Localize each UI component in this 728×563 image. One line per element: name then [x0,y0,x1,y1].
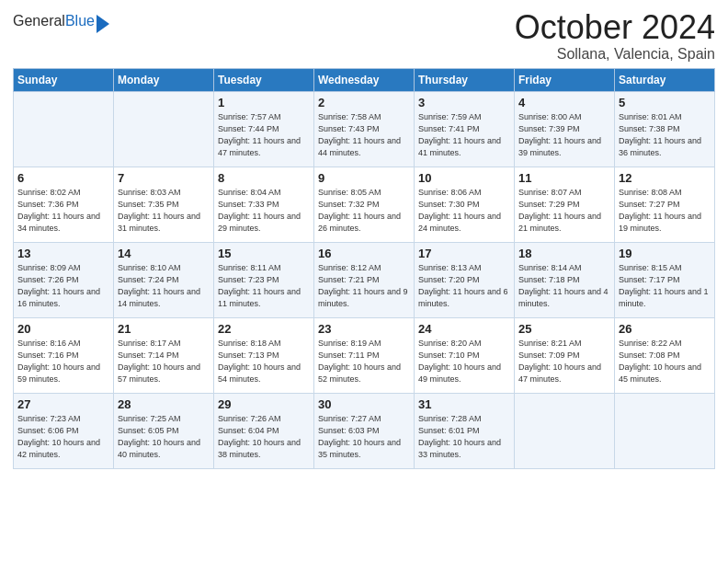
sunrise-text: Sunrise: 8:22 AM [619,338,711,350]
sunset-text: Sunset: 7:35 PM [118,199,210,211]
day-info: Sunrise: 8:02 AMSunset: 7:36 PMDaylight:… [17,187,109,235]
calendar-cell: 31Sunrise: 7:28 AMSunset: 6:01 PMDayligh… [415,393,515,468]
sunset-text: Sunset: 7:26 PM [17,274,109,286]
daylight-text: Daylight: 10 hours and 59 minutes. [17,362,109,385]
daylight-text: Daylight: 11 hours and 29 minutes. [218,211,310,235]
sunrise-text: Sunrise: 8:07 AM [518,187,610,199]
calendar-table: SundayMondayTuesdayWednesdayThursdayFrid… [13,68,715,469]
sunrise-text: Sunrise: 8:16 AM [17,338,109,350]
weekday-header: Saturday [615,68,715,91]
calendar-cell: 4Sunrise: 8:00 AMSunset: 7:39 PMDaylight… [515,91,615,167]
calendar-week-row: 1Sunrise: 7:57 AMSunset: 7:44 PMDaylight… [14,91,715,167]
day-number: 29 [218,397,310,411]
day-info: Sunrise: 7:25 AMSunset: 6:05 PMDaylight:… [118,413,210,461]
location: Sollana, Valencia, Spain [515,46,715,63]
calendar-week-row: 13Sunrise: 8:09 AMSunset: 7:26 PMDayligh… [14,242,715,317]
day-number: 4 [518,96,610,109]
calendar-cell: 12Sunrise: 8:08 AMSunset: 7:27 PMDayligh… [615,167,715,242]
logo: GeneralBlue [13,9,109,33]
sunrise-text: Sunrise: 8:05 AM [318,187,410,199]
day-number: 6 [17,171,109,185]
month-title: October 2024 [515,9,715,46]
weekday-header: Tuesday [214,68,314,91]
calendar-cell: 30Sunrise: 7:27 AMSunset: 6:03 PMDayligh… [314,393,415,468]
sunrise-text: Sunrise: 8:17 AM [118,338,210,350]
daylight-text: Daylight: 11 hours and 24 minutes. [418,211,510,235]
sunset-text: Sunset: 7:10 PM [418,350,510,362]
sunset-text: Sunset: 7:17 PM [619,274,711,286]
calendar-cell: 26Sunrise: 8:22 AMSunset: 7:08 PMDayligh… [615,317,715,393]
day-info: Sunrise: 8:03 AMSunset: 7:35 PMDaylight:… [118,187,210,235]
sunrise-text: Sunrise: 8:12 AM [318,262,410,274]
calendar-cell: 22Sunrise: 8:18 AMSunset: 7:13 PMDayligh… [214,317,314,393]
sunrise-text: Sunrise: 7:25 AM [118,413,210,425]
daylight-text: Daylight: 10 hours and 49 minutes. [418,362,510,385]
sunrise-text: Sunrise: 8:03 AM [118,187,210,199]
calendar-cell [14,91,114,167]
sunset-text: Sunset: 6:05 PM [118,425,210,437]
daylight-text: Daylight: 11 hours and 16 minutes. [17,286,109,310]
daylight-text: Daylight: 11 hours and 19 minutes. [619,211,711,235]
calendar-cell: 28Sunrise: 7:25 AMSunset: 6:05 PMDayligh… [114,393,214,468]
calendar-cell: 18Sunrise: 8:14 AMSunset: 7:18 PMDayligh… [515,242,615,317]
calendar-cell: 29Sunrise: 7:26 AMSunset: 6:04 PMDayligh… [214,393,314,468]
calendar-cell: 27Sunrise: 7:23 AMSunset: 6:06 PMDayligh… [14,393,114,468]
day-number: 24 [418,322,510,336]
sunset-text: Sunset: 7:41 PM [418,123,510,135]
day-info: Sunrise: 8:19 AMSunset: 7:11 PMDaylight:… [318,338,410,385]
calendar-cell: 10Sunrise: 8:06 AMSunset: 7:30 PMDayligh… [415,167,515,242]
logo-arrow-icon [97,15,109,33]
sunset-text: Sunset: 7:24 PM [118,274,210,286]
day-info: Sunrise: 7:57 AMSunset: 7:44 PMDaylight:… [218,111,310,159]
weekday-header-row: SundayMondayTuesdayWednesdayThursdayFrid… [14,68,715,91]
sunset-text: Sunset: 7:16 PM [17,350,109,362]
title-block: October 2024 Sollana, Valencia, Spain [515,9,715,63]
day-number: 8 [218,171,310,185]
day-info: Sunrise: 8:18 AMSunset: 7:13 PMDaylight:… [218,338,310,385]
daylight-text: Daylight: 10 hours and 57 minutes. [118,362,210,385]
daylight-text: Daylight: 11 hours and 9 minutes. [318,286,410,310]
calendar-cell: 17Sunrise: 8:13 AMSunset: 7:20 PMDayligh… [415,242,515,317]
day-number: 11 [518,171,610,185]
daylight-text: Daylight: 10 hours and 35 minutes. [318,437,410,461]
day-info: Sunrise: 8:17 AMSunset: 7:14 PMDaylight:… [118,338,210,385]
weekday-header: Thursday [415,68,515,91]
day-number: 20 [17,322,109,336]
sunset-text: Sunset: 7:29 PM [518,199,610,211]
daylight-text: Daylight: 10 hours and 40 minutes. [118,437,210,461]
logo-general-text: General [13,13,65,29]
day-info: Sunrise: 8:09 AMSunset: 7:26 PMDaylight:… [17,262,109,310]
calendar-cell: 19Sunrise: 8:15 AMSunset: 7:17 PMDayligh… [615,242,715,317]
weekday-header: Wednesday [314,68,415,91]
day-info: Sunrise: 8:00 AMSunset: 7:39 PMDaylight:… [518,111,610,159]
day-info: Sunrise: 7:26 AMSunset: 6:04 PMDaylight:… [218,413,310,461]
calendar-cell: 11Sunrise: 8:07 AMSunset: 7:29 PMDayligh… [515,167,615,242]
daylight-text: Daylight: 10 hours and 54 minutes. [218,362,310,385]
daylight-text: Daylight: 11 hours and 47 minutes. [218,135,310,159]
calendar-page: GeneralBlue October 2024 Sollana, Valenc… [0,0,728,563]
daylight-text: Daylight: 11 hours and 41 minutes. [418,135,510,159]
calendar-cell: 23Sunrise: 8:19 AMSunset: 7:11 PMDayligh… [314,317,415,393]
day-number: 1 [218,96,310,109]
day-info: Sunrise: 7:58 AMSunset: 7:43 PMDaylight:… [318,111,410,159]
calendar-cell: 8Sunrise: 8:04 AMSunset: 7:33 PMDaylight… [214,167,314,242]
calendar-week-row: 27Sunrise: 7:23 AMSunset: 6:06 PMDayligh… [14,393,715,468]
daylight-text: Daylight: 11 hours and 14 minutes. [118,286,210,310]
day-number: 15 [218,247,310,260]
calendar-cell [615,393,715,468]
daylight-text: Daylight: 10 hours and 45 minutes. [619,362,711,385]
sunset-text: Sunset: 7:32 PM [318,199,410,211]
day-number: 14 [118,247,210,260]
calendar-cell: 25Sunrise: 8:21 AMSunset: 7:09 PMDayligh… [515,317,615,393]
day-info: Sunrise: 8:10 AMSunset: 7:24 PMDaylight:… [118,262,210,310]
day-number: 28 [118,397,210,411]
sunset-text: Sunset: 6:03 PM [318,425,410,437]
sunrise-text: Sunrise: 8:11 AM [218,262,310,274]
sunset-text: Sunset: 7:13 PM [218,350,310,362]
weekday-header: Monday [114,68,214,91]
calendar-cell: 24Sunrise: 8:20 AMSunset: 7:10 PMDayligh… [415,317,515,393]
day-number: 31 [418,397,510,411]
day-info: Sunrise: 8:16 AMSunset: 7:16 PMDaylight:… [17,338,109,385]
logo-blue-text: Blue [65,13,95,29]
day-info: Sunrise: 7:59 AMSunset: 7:41 PMDaylight:… [418,111,510,159]
